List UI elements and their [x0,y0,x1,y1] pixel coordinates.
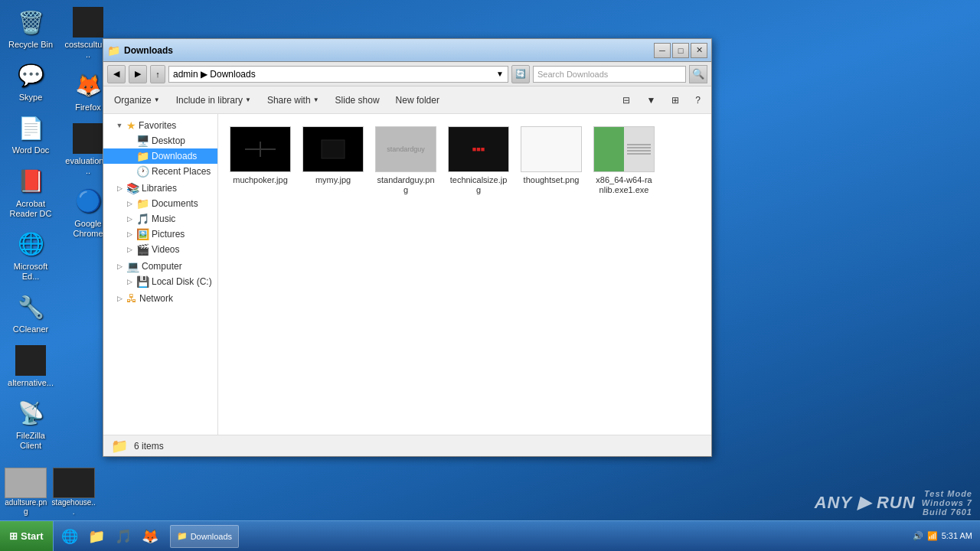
desktop-icon-adultsure[interactable]: adultsure.png [4,468,48,517]
libraries-header[interactable]: ▷ 📚 Libraries [103,181,217,196]
view-options-button[interactable]: ⊟ [616,90,637,111]
desktop-icon-filezilla[interactable]: 📡 FileZilla Client [4,395,57,454]
videos-icon: 🎬 [136,243,149,256]
pictures-icon: 🖼️ [136,228,149,240]
file-item-muchpoker[interactable]: muchpoker.jpg [226,122,295,200]
desktop-icon-acrobat[interactable]: 📕 Acrobat Reader DC [4,163,57,222]
desktop-icon-word[interactable]: 📄 Word Doc [4,109,57,158]
desktop-folder-icon: 🖥️ [136,135,149,147]
anyrun-logo: ANY ▶ RUN [815,493,916,513]
desktop-icon-stagehouse[interactable]: stagehouse... [52,468,96,517]
word-label: Word Doc [12,145,50,155]
desktop-icon-skype[interactable]: 💬 Skype [4,57,57,106]
search-box[interactable]: Search Downloads [533,66,686,83]
chrome-icon: 🔵 [73,186,103,217]
restore-button[interactable]: □ [672,43,689,58]
organize-label: Organize [114,95,152,106]
mymy-name: mymy.jpg [315,175,351,185]
files-pane: muchpoker.jpg mymy.jpg [218,114,711,435]
taskbar-downloads-window[interactable]: 📁 Downloads [170,525,239,548]
slide-show-label: Slide show [335,95,380,106]
back-button[interactable]: ◀ [107,65,126,83]
new-folder-button[interactable]: New folder [389,90,446,111]
desktop-icon-alternative[interactable]: alternative... [4,342,57,391]
desktop-icon-edge[interactable]: 🌐 Microsoft Ed... [4,226,57,285]
downloads-folder-icon: 📁 [136,150,149,162]
muchpoker-name: muchpoker.jpg [233,175,288,185]
acrobat-label: Acrobat Reader DC [7,199,54,219]
documents-icon: 📁 [136,197,149,210]
taskbar-media-icon[interactable]: 🎵 [111,524,136,549]
desktop-icon-recycle-bin[interactable]: 🗑️ Recycle Bin [4,4,57,53]
favorites-expand-icon: ▼ [115,121,124,130]
network-label: Network [139,293,214,304]
system-clock[interactable]: 5:31 AM [942,530,972,541]
share-with-label: Share with [267,95,311,106]
exe-doc-line-2 [627,147,651,148]
view-buttons: ⊟ ▼ ⊞ ? [616,90,707,111]
title-bar-buttons: ─ □ ✕ [654,43,707,58]
window-title: Downloads [124,45,654,56]
file-item-mymy[interactable]: mymy.jpg [299,122,368,200]
large-icons-button[interactable]: ⊞ [665,90,686,111]
nav-item-documents[interactable]: ▷ 📁 Documents [103,196,217,211]
file-item-exe[interactable]: x86_64-w64-ranlib.exe1.exe [590,122,658,200]
file-item-technicalsize[interactable]: ■■■ technicalsize.jpg [444,122,513,200]
libraries-icon: 📚 [126,182,139,194]
videos-nav-label: Videos [152,244,214,255]
new-folder-label: New folder [396,95,439,106]
organize-button[interactable]: Organize ▼ [107,90,167,111]
edge-label: Microsoft Ed... [7,262,54,282]
acrobat-icon: 📕 [15,166,46,197]
nav-item-desktop[interactable]: 🖥️ Desktop [103,133,217,148]
word-icon: 📄 [15,112,46,143]
nav-item-pictures[interactable]: ▷ 🖼️ Pictures [103,227,217,242]
network-expand-icon: ▷ [115,294,124,303]
address-path[interactable]: admin ▶ Downloads ▼ [168,66,508,83]
nav-item-downloads[interactable]: 📁 Downloads [103,148,217,164]
desktop-icon-area: 🗑️ Recycle Bin 💬 Skype 📄 Word Doc 📕 Acro… [0,0,100,474]
network-header[interactable]: ▷ 🖧 Network [103,291,217,306]
close-button[interactable]: ✕ [691,43,707,58]
search-button[interactable]: 🔍 [689,65,707,83]
refresh-button[interactable]: 🔄 [511,65,530,83]
forward-button[interactable]: ▶ [129,65,147,83]
nav-item-recent-places[interactable]: 🕐 Recent Places [103,164,217,179]
help-button[interactable]: ? [688,90,707,111]
tray-network-icon[interactable]: 📶 [927,531,938,541]
share-with-button[interactable]: Share with ▼ [260,90,326,111]
file-item-thoughtset[interactable]: thoughtset.png [517,122,586,200]
nav-item-music[interactable]: ▷ 🎵 Music [103,211,217,227]
exe-doc-line-3 [627,150,651,152]
favorites-header[interactable]: ▼ ★ Favorites [103,118,217,133]
address-dropdown-icon[interactable]: ▼ [496,70,504,78]
taskbar-explorer-icon[interactable]: 📁 [84,524,109,549]
taskbar-downloads-label: Downloads [191,532,232,541]
taskbar-firefox-icon[interactable]: 🦊 [138,524,162,549]
local-disk-expand-icon: ▷ [125,277,134,286]
start-button[interactable]: ⊞ Start [0,521,54,552]
slide-show-button[interactable]: Slide show [328,90,387,111]
computer-section: ▷ 💻 Computer ▷ 💾 Local Disk (C:) [103,259,217,289]
toolbar: Organize ▼ Include in library ▼ Share wi… [103,86,711,114]
nav-item-local-disk[interactable]: ▷ 💾 Local Disk (C:) [103,274,217,289]
file-item-standardguy[interactable]: standardguy standardguy.png [371,122,440,200]
view-dropdown-button[interactable]: ▼ [639,90,662,111]
desktop-icon-ccleaner[interactable]: 🔧 CCleaner [4,289,57,337]
technicalsize-name: technicalsize.jpg [449,175,508,195]
favorites-star-icon: ★ [126,119,136,132]
nav-item-videos[interactable]: ▷ 🎬 Videos [103,242,217,257]
tray-volume-icon[interactable]: 🔊 [913,531,923,541]
taskbar-ie-icon[interactable]: 🌐 [57,524,82,549]
include-library-button[interactable]: Include in library ▼ [169,90,258,111]
recent-places-nav-label: Recent Places [152,166,214,177]
computer-header[interactable]: ▷ 💻 Computer [103,259,217,274]
documents-expand-icon: ▷ [125,199,134,208]
adultsure-label: adultsure.png [4,498,48,517]
firefox-label: Firefox [75,103,101,112]
downloads-nav-label: Downloads [152,151,214,161]
up-button[interactable]: ↑ [150,65,165,83]
exe-doc-line-4 [627,153,651,155]
minimize-button[interactable]: ─ [654,43,671,58]
main-content: ▼ ★ Favorites 🖥️ Desktop 📁 Downloads [103,114,711,435]
